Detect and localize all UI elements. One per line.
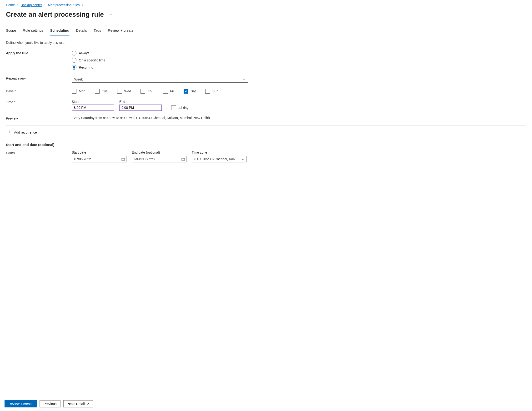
plus-icon [8,130,12,134]
page-title: Create an alert processing rule [6,11,104,18]
timezone-label: Time zone [192,151,247,154]
day-check-tue[interactable]: Tue [95,89,108,94]
preview-text: Every Saturday from 8:00 PM to 9:00 PM (… [72,116,526,120]
all-day-label: All day [178,106,188,110]
chevron-right-icon: › [44,3,46,7]
start-date-label: Start date [72,151,126,154]
end-date-label: End date (optional) [132,151,186,154]
day-check-fri[interactable]: Fri [163,89,174,94]
previous-button[interactable]: Previous [39,400,60,407]
day-check-sun[interactable]: Sun [205,89,218,94]
radio-label: On a specific time [79,58,105,62]
day-label: Wed [124,89,131,93]
calendar-icon[interactable] [181,157,185,161]
day-check-mon[interactable]: Mon [72,89,85,94]
checkbox-icon [205,89,210,94]
day-label: Tue [102,89,108,93]
apply-rule-label: Apply the rule [6,51,72,70]
end-time-input[interactable] [119,105,162,111]
start-time-label: Start [72,100,114,104]
intro-text: Define when you'd like to apply this rul… [6,41,526,45]
review-create-button[interactable]: Review + create [5,400,37,407]
day-label: Fri [170,89,174,93]
time-label: Time* [6,100,72,111]
tab-tags[interactable]: Tags [94,28,101,36]
divider [6,125,526,126]
checkbox-icon [163,89,168,94]
timezone-select[interactable]: (UTC+05:30) Chennai, Kolka... [192,156,247,162]
more-icon[interactable]: ⋯ [108,12,113,17]
radio-always[interactable]: Always [72,51,526,56]
svg-rect-1 [182,158,185,161]
preview-label: Preview [6,116,72,120]
radio-icon [72,51,76,56]
radio-recurring[interactable]: Recurring [72,65,526,70]
chevron-down-icon [243,78,246,81]
apply-rule-radio-group: Always On a specific time Recurring [72,51,526,70]
checkbox-icon [171,105,176,110]
checkbox-icon [184,89,188,94]
checkbox-icon [117,89,122,94]
checkbox-icon [95,89,100,94]
breadcrumb-backup-center[interactable]: Backup center [21,3,42,7]
select-value: Week [74,77,83,81]
checkbox-icon [72,89,76,94]
start-date-input[interactable] [72,156,126,162]
radio-icon [72,65,76,70]
tab-rule-settings[interactable]: Rule settings [23,28,44,36]
breadcrumb: Home › Backup center › Alert processing … [6,3,526,9]
footer: Review + create Previous Next: Details > [0,397,532,411]
end-time-label: End [119,100,162,104]
radio-icon [72,58,76,63]
chevron-right-icon: › [82,3,83,7]
day-check-wed[interactable]: Wed [117,89,131,94]
checkbox-icon [141,89,145,94]
svg-rect-0 [122,158,124,161]
end-date-input[interactable] [132,156,186,162]
start-time-input[interactable] [72,105,114,111]
day-check-thu[interactable]: Thu [141,89,153,94]
chevron-down-icon [241,158,244,161]
add-recurrence-button[interactable]: Add recurrence [6,130,526,134]
day-check-sat[interactable]: Sat [184,89,196,94]
days-checkbox-group: Mon Tue Wed Thu [72,89,526,94]
next-details-button[interactable]: Next: Details > [63,400,93,407]
tabs: Scope Rule settings Scheduling Details T… [6,28,526,36]
add-recurrence-label: Add recurrence [14,131,37,134]
chevron-right-icon: › [17,3,18,7]
day-label: Mon [79,89,85,93]
radio-specific-time[interactable]: On a specific time [72,58,526,63]
calendar-icon[interactable] [121,157,125,161]
repeat-every-select[interactable]: Week [72,76,248,83]
days-label: Days* [6,89,72,94]
select-value: (UTC+05:30) Chennai, Kolka... [194,157,239,161]
breadcrumb-alert-processing-rules[interactable]: Alert processing rules [48,3,80,7]
tab-scheduling[interactable]: Scheduling [50,28,69,36]
day-label: Sat [191,89,196,93]
tab-scope[interactable]: Scope [6,28,16,36]
radio-label: Recurring [79,66,93,69]
radio-label: Always [79,51,89,55]
start-end-header: Start and end date (optional) [6,143,526,147]
breadcrumb-home[interactable]: Home [6,3,15,7]
repeat-every-label: Repeat every [6,76,72,83]
tab-details[interactable]: Details [76,28,87,36]
dates-label: Dates [6,151,72,162]
tab-review-create[interactable]: Review + create [108,28,133,36]
day-label: Sun [212,89,218,93]
all-day-check[interactable]: All day [171,105,188,111]
day-label: Thu [148,89,153,93]
